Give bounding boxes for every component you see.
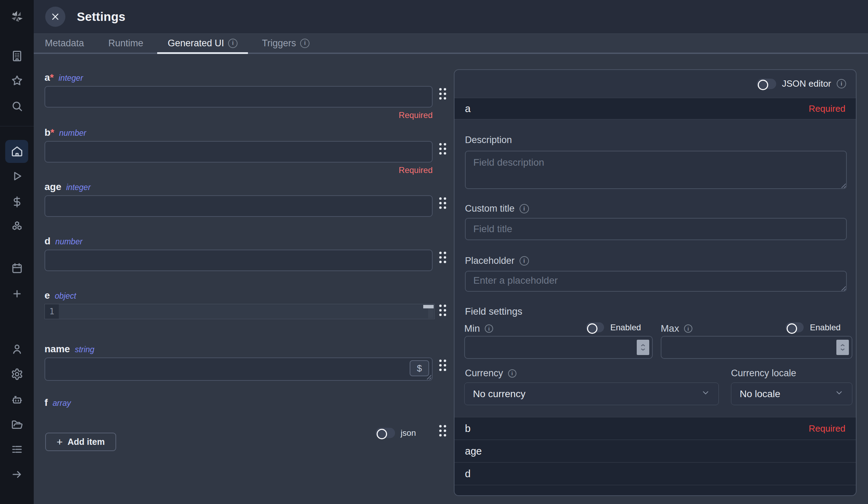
field-inspector-card: JSON editor i a Required Description Cus…	[454, 69, 857, 496]
info-icon[interactable]: i	[520, 204, 529, 213]
sidebar-item-logs[interactable]	[0, 438, 34, 461]
section-header-age[interactable]: age	[455, 440, 856, 462]
editor-line-number: 1	[45, 304, 59, 319]
field-type: number	[59, 128, 86, 138]
drag-handle-icon[interactable]	[439, 252, 447, 263]
field-settings-label: Field settings	[465, 306, 522, 317]
add-item-button[interactable]: + Add item	[45, 433, 116, 451]
page-title: Settings	[77, 10, 126, 24]
info-icon[interactable]: i	[684, 324, 692, 333]
field-d: d number	[45, 236, 433, 271]
currency-select[interactable]: No currency	[464, 383, 719, 405]
max-input-wrap	[661, 336, 852, 359]
object-json-editor[interactable]: 1	[45, 304, 435, 319]
json-editor-toggle[interactable]	[757, 79, 776, 89]
info-icon[interactable]: i	[520, 256, 529, 266]
chevron-down-icon	[835, 388, 844, 400]
chevron-down-icon	[701, 388, 710, 400]
required-note: Required	[45, 110, 433, 120]
field-name-input[interactable]	[45, 357, 433, 381]
section-header-a[interactable]: a Required	[455, 98, 856, 119]
sidebar-item-folders[interactable]	[0, 413, 34, 436]
tab-metadata[interactable]: Metadata	[34, 34, 95, 53]
sidebar-item-workspace[interactable]	[0, 45, 34, 68]
tab-bar: Metadata Runtime Generated UIi Triggersi	[34, 33, 868, 54]
json-toggle[interactable]	[376, 428, 395, 438]
sidebar-expand-arrow[interactable]	[0, 463, 34, 486]
field-type: string	[75, 345, 94, 354]
field-f: f array json + Add item	[45, 397, 433, 456]
section-header-d[interactable]: d	[455, 462, 856, 485]
tab-runtime[interactable]: Runtime	[98, 34, 154, 53]
info-icon[interactable]: i	[837, 79, 846, 88]
sidebar-divider	[0, 126, 34, 126]
editor-scrollbar-thumb[interactable]	[423, 305, 434, 308]
required-note: Required	[45, 165, 433, 175]
max-enabled-toggle-group: Enabled	[786, 322, 841, 332]
currency-locale-select[interactable]: No locale	[731, 383, 852, 405]
currency-label: Currencyi	[465, 368, 516, 379]
drag-handle-icon[interactable]	[439, 305, 447, 316]
number-spinner[interactable]	[836, 340, 849, 355]
field-type: array	[53, 399, 71, 408]
field-name: age	[45, 181, 61, 192]
sidebar-item-resources[interactable]	[0, 215, 34, 238]
sidebar-item-users[interactable]	[0, 338, 34, 361]
windmill-logo-icon[interactable]	[0, 5, 34, 28]
drag-handle-icon[interactable]	[439, 425, 447, 437]
field-a-input[interactable]	[45, 86, 433, 108]
close-button[interactable]	[45, 7, 65, 27]
info-icon[interactable]: i	[228, 39, 238, 48]
field-type: integer	[66, 183, 90, 192]
info-icon[interactable]: i	[485, 324, 493, 333]
section-header-b[interactable]: b Required	[455, 417, 856, 440]
tab-generated-ui[interactable]: Generated UIi	[157, 34, 248, 53]
sidebar-item-home[interactable]	[0, 140, 34, 163]
sidebar-item-ai[interactable]	[0, 388, 34, 411]
settings-window: Settings Metadata Runtime Generated UIi …	[0, 0, 868, 504]
min-label: Mini	[464, 323, 493, 334]
max-input[interactable]	[661, 336, 852, 359]
field-name-string: name string $	[45, 344, 433, 382]
drag-handle-icon[interactable]	[439, 197, 447, 209]
sidebar-item-schedules[interactable]	[0, 257, 34, 280]
info-icon[interactable]: i	[300, 39, 310, 48]
field-b-input[interactable]	[45, 141, 433, 163]
drag-handle-icon[interactable]	[439, 143, 447, 155]
field-age-input[interactable]	[45, 195, 433, 217]
sidebar-item-search[interactable]	[0, 95, 34, 118]
required-badge: Required	[809, 103, 845, 114]
sidebar-item-add[interactable]	[0, 282, 34, 305]
sidebar-item-favorites[interactable]	[0, 69, 34, 92]
tab-triggers[interactable]: Triggersi	[251, 34, 320, 53]
field-type: object	[55, 291, 76, 301]
min-input-wrap	[464, 336, 653, 359]
currency-locale-label: Currency locale	[731, 368, 796, 379]
variable-picker-button[interactable]: $	[410, 360, 429, 376]
field-a: a* integer Required	[45, 72, 433, 120]
section-header-partial[interactable]	[455, 485, 856, 496]
drag-handle-icon[interactable]	[439, 360, 447, 371]
min-enabled-toggle[interactable]	[586, 322, 604, 332]
description-input[interactable]	[465, 151, 847, 189]
field-d-input[interactable]	[45, 250, 433, 271]
field-name: a	[45, 72, 50, 83]
schema-form-preview: a* integer Required b* number Re	[45, 55, 433, 504]
sidebar-item-settings[interactable]	[0, 363, 34, 386]
number-spinner[interactable]	[637, 340, 649, 355]
placeholder-input[interactable]	[465, 271, 847, 292]
field-name: e	[45, 290, 50, 301]
sidebar-item-variables[interactable]	[0, 190, 34, 213]
json-editor-label: JSON editor	[782, 78, 831, 89]
field-b: b* number Required	[45, 127, 433, 175]
description-label: Description	[465, 135, 512, 145]
drag-handle-icon[interactable]	[439, 88, 447, 100]
info-icon[interactable]: i	[508, 369, 516, 378]
max-enabled-toggle[interactable]	[786, 322, 804, 332]
custom-title-input[interactable]	[465, 218, 847, 240]
sidebar-item-runs[interactable]	[0, 165, 34, 188]
min-input[interactable]	[464, 336, 653, 359]
custom-title-label: Custom titlei	[465, 203, 529, 214]
header: Settings	[34, 0, 868, 33]
required-badge: Required	[809, 423, 845, 434]
